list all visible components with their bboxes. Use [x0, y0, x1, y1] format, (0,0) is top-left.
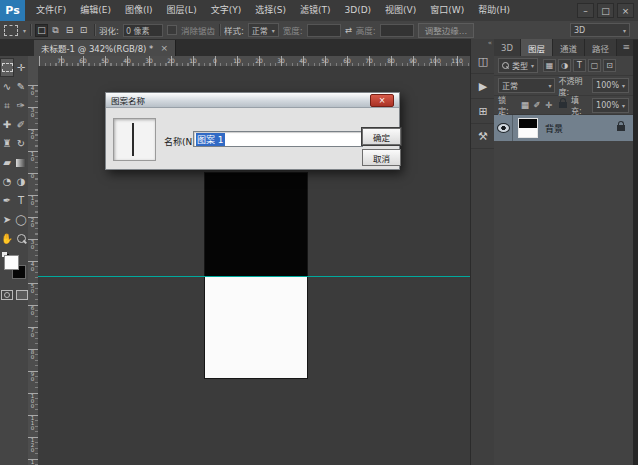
- pattern-name-input[interactable]: 图案 1: [193, 131, 363, 147]
- hand-tool[interactable]: ✋: [0, 229, 14, 248]
- healing-brush-tool-icon: ✚: [3, 119, 11, 130]
- feather-input[interactable]: 0 像素: [123, 24, 163, 37]
- maximize-button[interactable]: □: [597, 3, 614, 18]
- tool-preset-dropdown-icon[interactable]: ▾: [23, 27, 26, 34]
- dodge-tool-icon: ◑: [17, 176, 26, 187]
- quick-selection-tool[interactable]: ✎: [14, 77, 28, 96]
- layers-panel: 3D图层通道路径≡ 类型 ▾ ▦◑T▢⊡ 正常 ▾ 不透明度: 100% ▾ 锁…: [494, 39, 633, 465]
- menu-item[interactable]: 视图(V): [378, 0, 423, 21]
- screen-mode-icon[interactable]: [16, 290, 28, 300]
- healing-brush-tool[interactable]: ✚: [0, 115, 14, 134]
- menu-item[interactable]: 编辑(E): [73, 0, 118, 21]
- layer-row-background[interactable]: 背景: [494, 115, 633, 141]
- ellipse-tool[interactable]: ◯: [14, 210, 28, 229]
- lock-position-icon[interactable]: ✛: [543, 99, 554, 111]
- collapsed-properties-panel-icon[interactable]: ◫: [471, 49, 495, 74]
- menu-item[interactable]: 选择(S): [248, 0, 293, 21]
- photoshop-window: Ps 文件(F)编辑(E)图像(I)图层(L)文字(Y)选择(S)滤镜(T)3D…: [0, 0, 638, 465]
- intersect-selection-icon[interactable]: ⊡: [77, 24, 90, 37]
- menu-item[interactable]: 图像(I): [118, 0, 160, 21]
- new-selection-icon[interactable]: □: [35, 24, 48, 37]
- foreground-color-swatch[interactable]: [4, 255, 19, 270]
- dialog-close-button[interactable]: ×: [370, 94, 394, 107]
- height-label: 高度:: [356, 24, 376, 36]
- panel-menu-icon[interactable]: ≡: [622, 42, 630, 52]
- opacity-select[interactable]: 100% ▾: [592, 78, 629, 93]
- brush-tool[interactable]: ✐: [14, 115, 28, 134]
- collapsed-actions-panel-icon[interactable]: ▶: [471, 74, 495, 99]
- crop-tool-icon: ⌗: [4, 100, 10, 112]
- lock-row: 锁定: ▦✐✛ 填充: 100% ▾: [494, 96, 633, 115]
- document-tab[interactable]: 未标题-1 @ 342%(RGB/8) * ×: [34, 40, 176, 56]
- subtract-from-selection-icon[interactable]: ⊟: [63, 24, 76, 37]
- width-input[interactable]: [307, 24, 341, 37]
- style-select[interactable]: 正常 ▾: [248, 23, 279, 37]
- blend-mode-select[interactable]: 正常 ▾: [498, 78, 555, 93]
- tool-preset-icon[interactable]: [4, 25, 18, 36]
- expand-panels-icon[interactable]: «: [471, 39, 495, 49]
- ruler-number: 0: [29, 173, 35, 178]
- panel-tabs: 3D图层通道路径≡: [494, 39, 633, 56]
- path-selection-tool[interactable]: ➤: [0, 210, 14, 229]
- panel-tab-路径[interactable]: 路径: [585, 39, 617, 56]
- filter-type-select[interactable]: 类型 ▾: [498, 58, 538, 73]
- move-tool[interactable]: ✛: [14, 58, 28, 77]
- layer-thumbnail[interactable]: [518, 118, 538, 138]
- rectangular-marquee-tool[interactable]: [0, 58, 14, 77]
- tab-close-icon[interactable]: ×: [160, 43, 168, 53]
- lock-all-icon[interactable]: [557, 99, 568, 111]
- ruler-number: 80: [29, 349, 35, 359]
- add-to-selection-icon[interactable]: ⧉: [49, 24, 62, 37]
- ruler-number: 40: [29, 85, 35, 95]
- menu-item[interactable]: 帮助(H): [471, 0, 517, 21]
- quick-mask-icon[interactable]: [1, 290, 13, 300]
- filter-smart-objects-icon[interactable]: ⊡: [603, 59, 616, 72]
- eraser-tool[interactable]: ▰: [0, 153, 14, 172]
- swap-dimensions-icon[interactable]: ⇄: [345, 25, 352, 35]
- collapsed-tool-presets-panel-icon[interactable]: ⚒: [471, 124, 495, 149]
- filter-adjustment-layers-icon[interactable]: ◑: [558, 59, 571, 72]
- gradient-tool[interactable]: [14, 153, 28, 172]
- zoom-tool[interactable]: [14, 229, 28, 248]
- menu-item[interactable]: 文件(F): [29, 0, 73, 21]
- antialias-label: 消除锯齿: [181, 24, 215, 36]
- guide-line[interactable]: [38, 276, 470, 277]
- filter-shape-layers-icon[interactable]: ▢: [588, 59, 601, 72]
- height-input[interactable]: [380, 24, 414, 37]
- dialog-title-bar[interactable]: 图案名称 ×: [106, 93, 399, 108]
- type-tool[interactable]: T: [14, 191, 28, 210]
- lock-pixels-icon[interactable]: ✐: [531, 99, 542, 111]
- fill-select[interactable]: 100% ▾: [592, 98, 629, 113]
- antialias-checkbox[interactable]: [167, 25, 177, 35]
- menu-item[interactable]: 3D(D): [337, 0, 378, 21]
- crop-tool[interactable]: ⌗: [0, 96, 14, 115]
- menu-item[interactable]: 窗口(W): [423, 0, 471, 21]
- ok-button[interactable]: 确定: [362, 128, 401, 145]
- history-brush-tool[interactable]: ↻: [14, 134, 28, 153]
- ruler-number: 60: [76, 57, 90, 64]
- menu-item[interactable]: 文字(Y): [204, 0, 249, 21]
- workspace-switcher[interactable]: 3D ▾: [570, 23, 630, 37]
- lock-transparency-icon[interactable]: ▦: [519, 99, 530, 111]
- menu-item[interactable]: 滤镜(T): [293, 0, 338, 21]
- pen-tool[interactable]: ✒: [0, 191, 14, 210]
- lock-icons: ▦✐✛: [519, 99, 554, 111]
- collapsed-histogram-panel-icon[interactable]: ⊞: [471, 99, 495, 124]
- panel-tab-图层[interactable]: 图层: [521, 39, 553, 56]
- options-bar: ▾ □⧉⊟⊡ 羽化: 0 像素 消除锯齿 样式: 正常 ▾ 宽度: ⇄ 高度: …: [0, 21, 638, 40]
- clone-stamp-tool[interactable]: ♜: [0, 134, 14, 153]
- cancel-button[interactable]: 取消: [362, 149, 401, 166]
- layer-visibility-toggle[interactable]: [494, 115, 513, 141]
- dodge-tool[interactable]: ◑: [14, 172, 28, 191]
- filter-pixel-layers-icon[interactable]: ▦: [543, 59, 556, 72]
- close-button[interactable]: ×: [617, 3, 634, 18]
- panel-tab-3D[interactable]: 3D: [494, 39, 521, 56]
- panel-tab-通道[interactable]: 通道: [553, 39, 585, 56]
- menu-item[interactable]: 图层(L): [160, 0, 204, 21]
- filter-type-layers-icon[interactable]: T: [573, 59, 586, 72]
- eyedropper-tool[interactable]: ✑: [14, 96, 28, 115]
- lasso-tool[interactable]: ∿: [0, 77, 14, 96]
- refine-edge-button[interactable]: 调整边缘…: [418, 23, 475, 38]
- minimize-button[interactable]: –: [577, 3, 594, 18]
- blur-tool[interactable]: ◔: [0, 172, 14, 191]
